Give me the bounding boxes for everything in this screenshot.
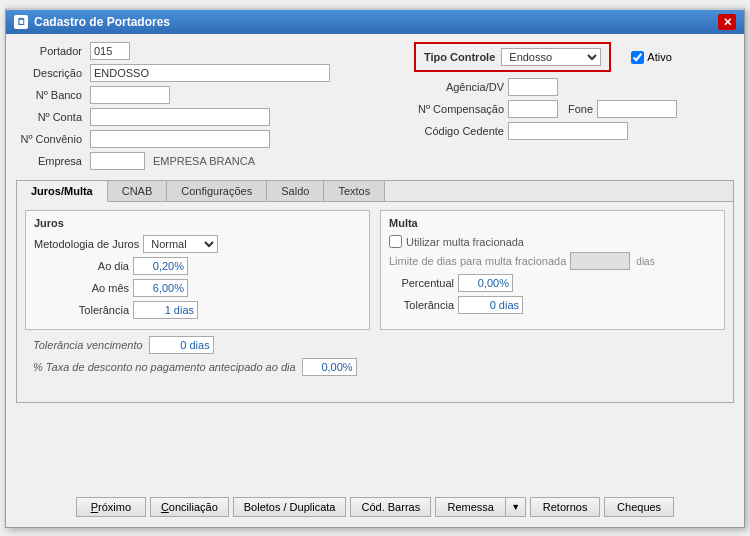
conciliacao-button[interactable]: Conciliação <box>150 497 229 517</box>
portador-row: Portador <box>16 42 394 60</box>
multa-tolerancia-input[interactable] <box>458 296 523 314</box>
retornos-label: Retornos <box>543 501 588 513</box>
taxa-desconto-row: % Taxa de desconto no pagamento antecipa… <box>33 358 717 376</box>
agencia-label: Agência/DV <box>414 81 504 93</box>
remessa-split-button: Remessa ▼ <box>435 497 526 517</box>
limite-row: Limite de dias para multa fracionada dia… <box>389 252 716 270</box>
main-window: 🗒 Cadastro de Portadores ✕ Portador Desc… <box>5 8 745 528</box>
taxa-desconto-label: % Taxa de desconto no pagamento antecipa… <box>33 361 296 373</box>
tolerancia-vencimento-input[interactable] <box>149 336 214 354</box>
empresa-input[interactable] <box>90 152 145 170</box>
percentual-row: Percentual <box>389 274 716 292</box>
no-conta-input[interactable] <box>90 108 270 126</box>
multa-fracionada-checkbox[interactable] <box>389 235 402 248</box>
no-convenio-row: Nº Convênio <box>16 130 394 148</box>
compensacao-label: Nº Compensação <box>414 103 504 115</box>
descricao-row: Descrição <box>16 64 394 82</box>
percentual-label: Percentual <box>389 277 454 289</box>
portador-input[interactable] <box>90 42 130 60</box>
metodologia-row: Metodologia de Juros Normal Composto Sim… <box>34 235 361 253</box>
empresa-label: Empresa <box>16 155 86 167</box>
codigo-cedente-label: Código Cedente <box>414 125 504 137</box>
taxa-desconto-input[interactable] <box>302 358 357 376</box>
codigo-cedente-row: Código Cedente <box>414 122 734 140</box>
title-bar: 🗒 Cadastro de Portadores ✕ <box>6 10 744 34</box>
title-bar-left: 🗒 Cadastro de Portadores <box>14 15 170 29</box>
percentual-input[interactable] <box>458 274 513 292</box>
tipo-controle-box: Tipo Controle Endosso Normal CNAB <box>414 42 611 72</box>
limite-input[interactable] <box>570 252 630 270</box>
cheques-button[interactable]: Cheques <box>604 497 674 517</box>
left-form: Portador Descrição Nº Banco Nº Conta Nº … <box>16 42 394 174</box>
agencia-input[interactable] <box>508 78 558 96</box>
window-title: Cadastro de Portadores <box>34 15 170 29</box>
multa-fracionada-label: Utilizar multa fracionada <box>406 236 524 248</box>
multa-panel: Multa Utilizar multa fracionada Limite d… <box>380 210 725 330</box>
tabs-container: Juros/Multa CNAB Configurações Saldo Tex… <box>16 180 734 403</box>
form-content: Portador Descrição Nº Banco Nº Conta Nº … <box>6 34 744 411</box>
ativo-checkbox[interactable] <box>631 51 644 64</box>
no-convenio-label: Nº Convênio <box>16 133 86 145</box>
no-banco-input[interactable] <box>90 86 170 104</box>
ao-dia-input[interactable] <box>133 257 188 275</box>
compensacao-input[interactable] <box>508 100 558 118</box>
tabs-header: Juros/Multa CNAB Configurações Saldo Tex… <box>17 181 733 202</box>
retornos-button[interactable]: Retornos <box>530 497 600 517</box>
no-banco-label: Nº Banco <box>16 89 86 101</box>
tab-textos[interactable]: Textos <box>324 181 385 201</box>
tab-cnab[interactable]: CNAB <box>108 181 168 201</box>
descricao-input[interactable] <box>90 64 330 82</box>
footer: Próximo Conciliação Boletos / Duplicata … <box>11 497 739 517</box>
fone-input[interactable] <box>597 100 677 118</box>
conciliacao-label: Conciliação <box>161 501 218 513</box>
juros-panel: Juros Metodologia de Juros Normal Compos… <box>25 210 370 330</box>
cheques-label: Cheques <box>617 501 661 513</box>
ao-mes-label: Ao mês <box>34 282 129 294</box>
juros-tolerancia-row: Tolerância <box>34 301 361 319</box>
no-conta-label: Nº Conta <box>16 111 86 123</box>
descricao-label: Descrição <box>16 67 86 79</box>
tab-configuracoes[interactable]: Configurações <box>167 181 267 201</box>
tipo-controle-select[interactable]: Endosso Normal CNAB <box>501 48 601 66</box>
metodologia-select[interactable]: Normal Composto Simples <box>143 235 218 253</box>
remessa-label: Remessa <box>447 501 493 513</box>
limite-label: Limite de dias para multa fracionada <box>389 255 566 267</box>
juros-tolerancia-input[interactable] <box>133 301 198 319</box>
no-banco-row: Nº Banco <box>16 86 394 104</box>
ao-mes-row: Ao mês <box>34 279 361 297</box>
portador-label: Portador <box>16 45 86 57</box>
agencia-row: Agência/DV <box>414 78 734 96</box>
window-icon: 🗒 <box>14 15 28 29</box>
tab-content-juros-multa: Juros Metodologia de Juros Normal Compos… <box>17 202 733 402</box>
cod-barras-label: Cód. Barras <box>361 501 420 513</box>
ativo-label: Ativo <box>647 51 671 63</box>
empresa-row: Empresa EMPRESA BRANCA <box>16 152 394 170</box>
boletos-button[interactable]: Boletos / Duplicata <box>233 497 347 517</box>
tab-panels: Juros Metodologia de Juros Normal Compos… <box>25 210 725 330</box>
compensacao-row: Nº Compensação Fone <box>414 100 734 118</box>
remessa-arrow-button[interactable]: ▼ <box>505 497 526 517</box>
bottom-section: Tolerância vencimento % Taxa de desconto… <box>25 330 725 376</box>
close-button[interactable]: ✕ <box>718 14 736 30</box>
tolerancia-vencimento-label: Tolerância vencimento <box>33 339 143 351</box>
multa-tolerancia-row: Tolerância <box>389 296 716 314</box>
cod-barras-button[interactable]: Cód. Barras <box>350 497 431 517</box>
empresa-text: EMPRESA BRANCA <box>153 155 255 167</box>
ao-mes-input[interactable] <box>133 279 188 297</box>
codigo-cedente-input[interactable] <box>508 122 628 140</box>
tab-juros-multa[interactable]: Juros/Multa <box>17 181 108 202</box>
top-form-section: Portador Descrição Nº Banco Nº Conta Nº … <box>16 42 734 174</box>
ativo-group: Ativo <box>631 51 671 64</box>
multa-tolerancia-label: Tolerância <box>389 299 454 311</box>
juros-tolerancia-label: Tolerância <box>34 304 129 316</box>
tab-saldo[interactable]: Saldo <box>267 181 324 201</box>
remessa-button[interactable]: Remessa <box>435 497 505 517</box>
ao-dia-label: Ao dia <box>34 260 129 272</box>
right-form: Tipo Controle Endosso Normal CNAB Ativo <box>414 42 734 174</box>
no-convenio-input[interactable] <box>90 130 270 148</box>
juros-panel-title: Juros <box>34 217 361 229</box>
proximo-button[interactable]: Próximo <box>76 497 146 517</box>
tipo-controle-label: Tipo Controle <box>424 51 495 63</box>
proximo-label: Próximo <box>91 501 131 513</box>
no-conta-row: Nº Conta <box>16 108 394 126</box>
